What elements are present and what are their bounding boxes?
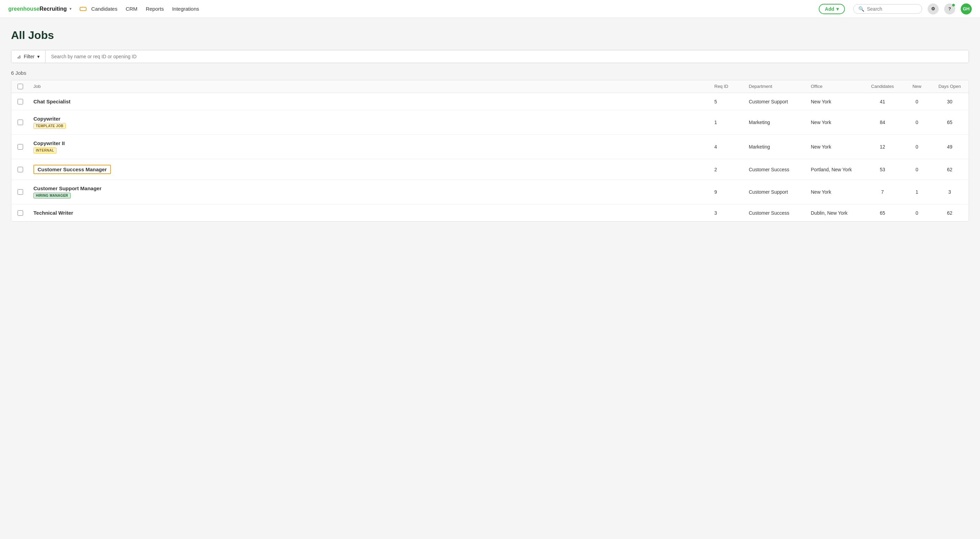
search-icon: 🔍 — [858, 6, 864, 12]
nav-right: 🔍 ⚙ ? GH — [853, 3, 972, 14]
brand-name: greenhouseRecruiting — [8, 6, 67, 12]
candidates-cell: 7 — [862, 184, 903, 200]
days-open-cell: 62 — [931, 161, 969, 178]
search-input[interactable] — [867, 6, 917, 12]
row-checkbox[interactable] — [18, 189, 23, 195]
th-office: Office — [807, 80, 862, 93]
row-checkbox[interactable] — [18, 167, 23, 172]
select-all-cell — [11, 80, 29, 93]
table-row: Copywriter II INTERNAL 4 Marketing New Y… — [11, 135, 969, 159]
th-reqid: Req ID — [710, 80, 745, 93]
table-row: Chat Specialist 5 Customer Support New Y… — [11, 93, 969, 110]
row-checkbox-cell — [11, 138, 29, 155]
select-all-checkbox[interactable] — [18, 84, 23, 89]
th-days-open: Days Open — [931, 80, 969, 93]
job-cell: Copywriter TEMPLATE JOB — [29, 110, 710, 134]
days-open-cell: 49 — [931, 138, 969, 155]
department-cell: Customer Success — [745, 161, 807, 178]
add-chevron-icon: ▾ — [836, 6, 839, 12]
job-name[interactable]: Copywriter — [33, 116, 706, 122]
brand-logo[interactable]: greenhouseRecruiting ▾ — [8, 6, 71, 12]
new-cell: 0 — [903, 114, 931, 130]
department-cell: Marketing — [745, 114, 807, 130]
job-cell: Chat Specialist — [29, 93, 710, 110]
job-cell: Customer Support Manager HIRING MANAGER — [29, 180, 710, 204]
filter-search-input[interactable] — [46, 50, 969, 63]
filter-label: Filter — [24, 54, 35, 59]
job-count: 6 Jobs — [11, 70, 969, 76]
job-badge: INTERNAL — [33, 148, 57, 153]
row-checkbox[interactable] — [18, 99, 23, 105]
help-icon[interactable]: ? — [944, 3, 955, 14]
office-cell: New York — [807, 184, 862, 200]
th-job: Job — [29, 80, 710, 93]
office-cell: Portland, New York — [807, 161, 862, 178]
office-cell: New York — [807, 114, 862, 130]
nav-links: Candidates CRM Reports Integrations — [80, 4, 810, 14]
table-row: Technical Writer 3 Customer Success Dubl… — [11, 204, 969, 221]
row-checkbox-cell — [11, 184, 29, 200]
row-checkbox-cell — [11, 94, 29, 110]
candidates-cell: 65 — [862, 205, 903, 221]
job-cell: Technical Writer — [29, 204, 710, 221]
table-header: Job Req ID Department Office Candidates … — [11, 80, 969, 93]
user-avatar[interactable]: GH — [961, 3, 972, 14]
candidates-cell: 12 — [862, 138, 903, 155]
row-checkbox[interactable] — [18, 144, 23, 149]
job-name[interactable]: Copywriter II — [33, 140, 706, 146]
new-cell: 0 — [903, 138, 931, 155]
new-cell: 0 — [903, 205, 931, 221]
job-cell: Copywriter II INTERNAL — [29, 135, 710, 159]
job-cell: Customer Success Manager — [29, 159, 710, 180]
job-name[interactable]: Customer Success Manager — [33, 165, 111, 174]
filter-chevron-icon: ▾ — [37, 54, 40, 59]
settings-icon[interactable]: ⚙ — [928, 3, 939, 14]
row-checkbox[interactable] — [18, 210, 23, 216]
search-box[interactable]: 🔍 — [853, 4, 922, 14]
nav-integrations[interactable]: Integrations — [169, 4, 202, 14]
days-open-cell: 65 — [931, 114, 969, 130]
table-row: Customer Support Manager HIRING MANAGER … — [11, 180, 969, 204]
nav-candidates[interactable]: Candidates — [88, 4, 121, 14]
nav-crm[interactable]: CRM — [123, 4, 141, 14]
th-candidates: Candidates — [862, 80, 903, 93]
candidates-cell: 41 — [862, 94, 903, 110]
department-cell: Customer Support — [745, 184, 807, 200]
office-cell: New York — [807, 138, 862, 155]
req-id-cell: 4 — [710, 138, 745, 155]
table-body: Chat Specialist 5 Customer Support New Y… — [11, 93, 969, 221]
req-id-cell: 1 — [710, 114, 745, 130]
row-checkbox-cell — [11, 161, 29, 178]
row-checkbox[interactable] — [18, 119, 23, 125]
brand-chevron-icon: ▾ — [70, 7, 71, 11]
candidates-cell: 84 — [862, 114, 903, 130]
job-name[interactable]: Technical Writer — [33, 210, 706, 216]
candidates-cell: 53 — [862, 161, 903, 178]
job-name[interactable]: Customer Support Manager — [33, 185, 706, 191]
req-id-cell: 5 — [710, 94, 745, 110]
jobs-table: Job Req ID Department Office Candidates … — [11, 80, 969, 222]
add-button[interactable]: Add ▾ — [819, 4, 845, 14]
page-title: All Jobs — [11, 29, 969, 42]
main-content: All Jobs ⊿ Filter ▾ 6 Jobs Job Req ID De… — [0, 18, 980, 539]
job-badge: TEMPLATE JOB — [33, 123, 66, 129]
job-name[interactable]: Chat Specialist — [33, 99, 706, 105]
days-open-cell: 62 — [931, 205, 969, 221]
job-badge: HIRING MANAGER — [33, 192, 71, 199]
req-id-cell: 2 — [710, 161, 745, 178]
filter-icon: ⊿ — [17, 54, 21, 59]
nav-jobs[interactable] — [80, 7, 86, 11]
row-checkbox-cell — [11, 114, 29, 130]
department-cell: Customer Support — [745, 94, 807, 110]
department-cell: Marketing — [745, 138, 807, 155]
new-cell: 0 — [903, 94, 931, 110]
department-cell: Customer Success — [745, 205, 807, 221]
req-id-cell: 3 — [710, 205, 745, 221]
th-new: New — [903, 80, 931, 93]
office-cell: Dublin, New York — [807, 205, 862, 221]
nav-reports[interactable]: Reports — [142, 4, 167, 14]
new-cell: 1 — [903, 184, 931, 200]
days-open-cell: 30 — [931, 94, 969, 110]
office-cell: New York — [807, 94, 862, 110]
filter-button[interactable]: ⊿ Filter ▾ — [11, 50, 46, 63]
